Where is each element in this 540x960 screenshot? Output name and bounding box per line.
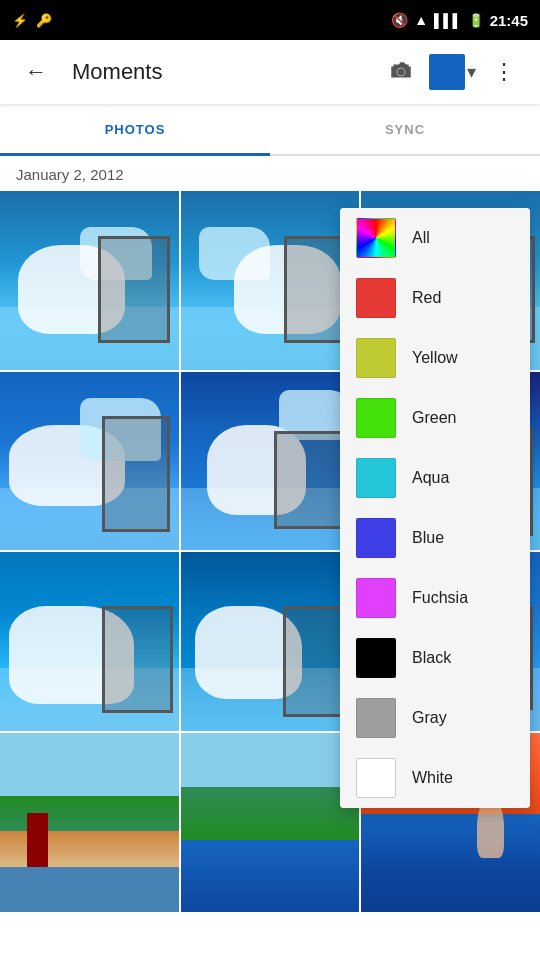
color-option-aqua[interactable]: Aqua	[340, 448, 530, 508]
date-label: January 2, 2012	[0, 156, 540, 191]
color-label-white: White	[412, 769, 453, 787]
color-label-gray: Gray	[412, 709, 447, 727]
color-option-all[interactable]: All	[340, 208, 530, 268]
color-swatch-yellow	[356, 338, 396, 378]
photo-cell[interactable]	[0, 372, 179, 551]
back-button[interactable]: ←	[16, 52, 56, 92]
photo-cell[interactable]	[181, 372, 360, 551]
dropdown-arrow-icon: ▾	[467, 61, 476, 83]
color-swatch-fuchsia	[356, 578, 396, 618]
color-label-yellow: Yellow	[412, 349, 458, 367]
color-option-green[interactable]: Green	[340, 388, 530, 448]
photo-cell[interactable]	[0, 552, 179, 731]
color-swatch-green	[356, 398, 396, 438]
photo-cell[interactable]	[181, 191, 360, 370]
app-bar-actions: ▾ ⋮	[381, 52, 524, 92]
page-title: Moments	[72, 59, 365, 85]
color-filter-dropdown: All Red Yellow Green Aqua Blue Fuchsia	[340, 208, 530, 808]
color-swatch-white	[356, 758, 396, 798]
camera-icon	[388, 59, 414, 85]
color-swatch-blue	[356, 518, 396, 558]
color-swatch-button[interactable]	[429, 54, 465, 90]
app-bar: ← Moments ▾ ⋮	[0, 40, 540, 104]
tab-sync[interactable]: SYNC	[270, 104, 540, 154]
color-swatch-red	[356, 278, 396, 318]
color-label-red: Red	[412, 289, 441, 307]
mute-icon: 🔇	[391, 12, 408, 28]
color-label-blue: Blue	[412, 529, 444, 547]
color-swatch-aqua	[356, 458, 396, 498]
photo-cell[interactable]	[181, 552, 360, 731]
color-label-fuchsia: Fuchsia	[412, 589, 468, 607]
usb-icon: ⚡	[12, 13, 28, 28]
status-left-icons: ⚡ 🔑	[12, 13, 52, 28]
color-filter-button[interactable]: ▾	[429, 54, 476, 90]
photo-cell[interactable]	[0, 733, 179, 912]
color-option-white[interactable]: White	[340, 748, 530, 808]
back-arrow-icon: ←	[25, 59, 47, 85]
color-option-black[interactable]: Black	[340, 628, 530, 688]
battery-icon: 🔋	[468, 13, 484, 28]
color-swatch-gray	[356, 698, 396, 738]
signal-icon: ▌▌▌	[434, 13, 462, 28]
color-label-green: Green	[412, 409, 456, 427]
color-label-aqua: Aqua	[412, 469, 449, 487]
color-option-red[interactable]: Red	[340, 268, 530, 328]
svg-point-0	[397, 68, 405, 76]
more-options-button[interactable]: ⋮	[484, 52, 524, 92]
status-right-area: 🔇 ▲ ▌▌▌ 🔋 21:45	[391, 12, 528, 29]
more-icon: ⋮	[493, 59, 516, 85]
camera-button[interactable]	[381, 52, 421, 92]
color-option-blue[interactable]: Blue	[340, 508, 530, 568]
tabs-bar: PHOTOS SYNC	[0, 104, 540, 156]
key-icon: 🔑	[36, 13, 52, 28]
photo-cell[interactable]	[181, 733, 360, 912]
color-option-fuchsia[interactable]: Fuchsia	[340, 568, 530, 628]
status-bar: ⚡ 🔑 🔇 ▲ ▌▌▌ 🔋 21:45	[0, 0, 540, 40]
time-display: 21:45	[490, 12, 528, 29]
main-content: PHOTOS SYNC January 2, 2012	[0, 104, 540, 960]
color-option-gray[interactable]: Gray	[340, 688, 530, 748]
wifi-icon: ▲	[414, 12, 428, 28]
color-label-all: All	[412, 229, 430, 247]
color-label-black: Black	[412, 649, 451, 667]
color-swatch-black	[356, 638, 396, 678]
photo-cell[interactable]	[0, 191, 179, 370]
tab-photos[interactable]: PHOTOS	[0, 104, 270, 154]
color-swatch-all	[356, 218, 396, 258]
color-option-yellow[interactable]: Yellow	[340, 328, 530, 388]
